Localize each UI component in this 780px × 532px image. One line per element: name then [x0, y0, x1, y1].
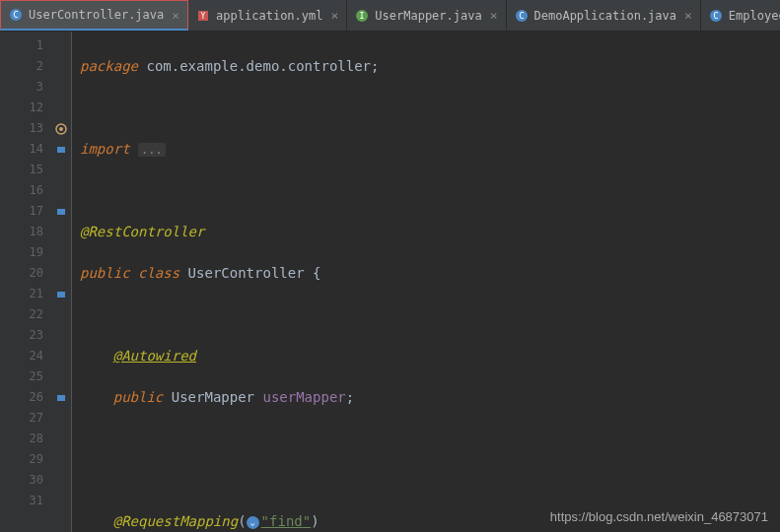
line-number: 23 [0, 325, 43, 346]
close-icon[interactable]: × [172, 8, 179, 23]
tab-label: application.yml [216, 9, 322, 23]
nav-icon[interactable] [51, 201, 71, 222]
nav-icon[interactable] [51, 284, 71, 304]
line-number: 31 [0, 491, 43, 511]
fold-marker[interactable]: ... [138, 143, 166, 157]
tab-label: Employee.java [729, 9, 780, 23]
svg-text:C: C [713, 11, 718, 21]
yaml-icon: Y [196, 9, 210, 23]
close-icon[interactable]: × [684, 8, 692, 23]
class-icon: C [709, 9, 723, 23]
line-number: 28 [0, 429, 43, 449]
svg-rect-12 [57, 147, 65, 153]
line-number: 25 [0, 366, 43, 387]
line-number: 12 [0, 98, 43, 118]
line-number: 2 [0, 56, 43, 77]
nav-icon[interactable] [51, 387, 71, 408]
line-number: 29 [0, 449, 43, 470]
watermark: https://blog.csdn.net/weixin_46873071 [550, 509, 768, 524]
line-number: 3 [0, 77, 43, 98]
line-gutter: 1 2 3 12 13 14 15 16 17 18 19 20 21 22 2… [0, 32, 51, 532]
tab-usercontroller[interactable]: C UserController.java × [0, 0, 188, 31]
line-number: 19 [0, 242, 43, 263]
line-number: 27 [0, 408, 43, 429]
svg-point-11 [59, 127, 63, 131]
tab-usermapper[interactable]: I UserMapper.java × [347, 0, 506, 31]
tab-label: UserMapper.java [375, 9, 481, 23]
svg-text:I: I [360, 11, 365, 21]
nav-icon[interactable] [51, 139, 71, 160]
tab-label: UserController.java [29, 8, 164, 22]
svg-text:C: C [13, 10, 18, 20]
line-number: 17 [0, 201, 43, 222]
tab-applicationyml[interactable]: Y application.yml × [188, 0, 347, 31]
line-number: 14 [0, 139, 43, 160]
line-number: 18 [0, 222, 43, 242]
tab-bar: C UserController.java × Y application.ym… [0, 0, 780, 32]
tab-label: DemoApplication.java [534, 9, 677, 23]
svg-text:Y: Y [201, 12, 206, 21]
line-number: 16 [0, 180, 43, 201]
line-number: 15 [0, 160, 43, 180]
tab-employee[interactable]: C Employee.java × [701, 0, 780, 31]
close-icon[interactable]: × [490, 8, 498, 23]
close-icon[interactable]: × [330, 8, 338, 23]
line-number: 21 [0, 284, 43, 304]
editor-wrap: 1 2 3 12 13 14 15 16 17 18 19 20 21 22 2… [0, 32, 780, 532]
svg-rect-13 [57, 209, 65, 215]
svg-rect-14 [57, 292, 65, 298]
code-editor[interactable]: package com.example.demo.controller; imp… [71, 32, 780, 532]
globe-icon[interactable]: ⌄ [247, 516, 259, 529]
line-number: 24 [0, 346, 43, 366]
class-icon: C [515, 9, 529, 23]
class-icon: C [9, 8, 23, 22]
line-number: 13 [0, 118, 43, 139]
line-number: 1 [0, 35, 43, 56]
line-number: 20 [0, 263, 43, 284]
svg-rect-15 [57, 395, 65, 401]
tab-demoapplication[interactable]: C DemoApplication.java × [507, 0, 701, 31]
svg-text:C: C [519, 11, 524, 21]
gutter-icons [51, 32, 71, 532]
line-number: 26 [0, 387, 43, 408]
bean-icon[interactable] [51, 118, 71, 139]
interface-icon: I [355, 9, 369, 23]
line-number: 30 [0, 470, 43, 491]
line-number: 22 [0, 304, 43, 325]
